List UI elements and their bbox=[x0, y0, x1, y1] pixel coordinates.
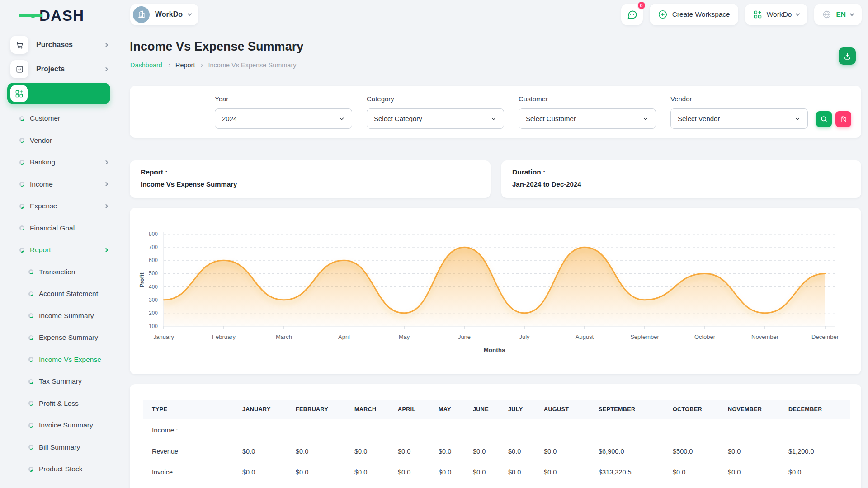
svg-text:May: May bbox=[399, 333, 410, 340]
sidebar-item-expense-summary[interactable]: Expense Summary bbox=[0, 327, 118, 349]
filter-value-customer: Select Customer bbox=[526, 115, 576, 122]
svg-text:400: 400 bbox=[149, 284, 158, 290]
sidebar-item-transaction[interactable]: Transaction bbox=[0, 261, 118, 283]
search-icon bbox=[820, 115, 828, 123]
sidebar-item-label: Banking bbox=[30, 158, 55, 166]
apply-filter-button[interactable] bbox=[816, 111, 832, 127]
filter-select-year[interactable]: 2024 bbox=[215, 108, 352, 129]
download-report-button[interactable] bbox=[839, 47, 856, 65]
svg-text:August: August bbox=[576, 333, 594, 340]
sidebar-item-projects[interactable]: Projects bbox=[0, 57, 118, 81]
svg-text:March: March bbox=[276, 333, 292, 340]
chevron-right-icon bbox=[104, 182, 108, 187]
row-type-label: Invoice bbox=[143, 462, 233, 483]
table-body: Income :Revenue$0.0$0.0$0.0$0.0$0.0$0.0$… bbox=[143, 419, 850, 488]
amount-cell: $0.0 bbox=[499, 462, 535, 483]
bullet-ring-icon bbox=[19, 182, 24, 187]
reset-filter-button[interactable] bbox=[835, 111, 851, 127]
report-summary-card: Report : Income Vs Expense Summary bbox=[130, 160, 491, 198]
column-header-may: MAY bbox=[429, 400, 464, 419]
svg-text:February: February bbox=[212, 333, 236, 340]
bullet-ring-icon bbox=[28, 357, 33, 362]
sidebar-item-bill-summary[interactable]: Bill Summary bbox=[0, 436, 118, 459]
amount-cell: $0.0 bbox=[429, 441, 464, 462]
column-header-march: MARCH bbox=[345, 400, 389, 419]
column-header-november: NOVEMBER bbox=[719, 400, 779, 419]
sidebar-item-label: Expense bbox=[30, 202, 57, 210]
sidebar-item-profit-loss[interactable]: Profit & Loss bbox=[0, 393, 118, 415]
filter-select-customer[interactable]: Select Customer bbox=[519, 108, 656, 129]
breadcrumb-link-dashboard[interactable]: Dashboard bbox=[130, 61, 162, 69]
sidebar-item-label: Income bbox=[30, 180, 53, 188]
breadcrumb-separator-icon bbox=[167, 63, 170, 66]
sidebar-item-vendor[interactable]: Vendor bbox=[0, 130, 118, 152]
bullet-ring-icon bbox=[28, 379, 33, 384]
sidebar-item-account-statement[interactable]: Account Statement bbox=[0, 283, 118, 305]
svg-text:200: 200 bbox=[149, 310, 158, 316]
amount-cell: $0.0 bbox=[464, 441, 499, 462]
bullet-ring-icon bbox=[19, 248, 24, 253]
sidebar-item-banking[interactable]: Banking bbox=[0, 151, 118, 174]
column-header-august: AUGUST bbox=[535, 400, 590, 419]
column-header-october: OCTOBER bbox=[664, 400, 719, 419]
sidebar-item-income[interactable]: Income bbox=[0, 174, 118, 196]
filter-value-year: 2024 bbox=[222, 115, 237, 122]
sidebar-item-invoice-summary[interactable]: Invoice Summary bbox=[0, 414, 118, 436]
sidebar-item-income-vs-expense[interactable]: Income Vs Expense bbox=[0, 349, 118, 371]
column-header-type: TYPE bbox=[143, 400, 233, 419]
filter-label-customer: Customer bbox=[519, 95, 656, 103]
bullet-ring-icon bbox=[19, 116, 24, 121]
bullet-ring-icon bbox=[28, 467, 33, 472]
bullet-ring-icon bbox=[28, 423, 33, 428]
amount-cell: $0.0 bbox=[389, 462, 429, 483]
amount-cell: $0.0 bbox=[664, 462, 719, 483]
svg-text:January: January bbox=[153, 333, 175, 340]
sidebar-item-label: Transaction bbox=[39, 268, 75, 276]
chevron-right-icon bbox=[104, 248, 108, 252]
chevron-right-icon bbox=[104, 160, 108, 164]
sidebar-item-label: Account Statement bbox=[39, 290, 98, 298]
sidebar-item-label: Report bbox=[30, 246, 51, 254]
column-header-december: DECEMBER bbox=[779, 400, 850, 419]
sidebar-item-customer[interactable]: Customer bbox=[0, 108, 118, 130]
sidebar-item-label: Vendor bbox=[30, 136, 52, 145]
sidebar-item-label: Purchases bbox=[36, 41, 73, 49]
amount-cell: $313,320.5 bbox=[590, 462, 664, 483]
column-header-february: FEBRUARY bbox=[287, 400, 345, 419]
filter-select-vendor[interactable]: Select Vendor bbox=[670, 108, 808, 129]
brand-name: DASH bbox=[39, 7, 85, 24]
amount-cell: $0.0 bbox=[233, 462, 287, 483]
amount-cell: $0.0 bbox=[389, 441, 429, 462]
sidebar-item-product-stock[interactable]: Product Stock bbox=[0, 458, 118, 480]
filter-select-category[interactable]: Select Category bbox=[367, 108, 504, 129]
table-row-income: Income : bbox=[143, 419, 850, 441]
sidebar-item-cash-flow[interactable]: Cash Flow bbox=[0, 480, 118, 488]
filter-actions bbox=[816, 111, 851, 127]
filter-label-vendor: Vendor bbox=[670, 95, 808, 103]
sidebar-item-accounting[interactable]: Accounting bbox=[7, 83, 110, 104]
y-axis-title: Profit bbox=[139, 272, 145, 287]
chevron-right-icon bbox=[104, 42, 108, 47]
amount-cell: $0.0 bbox=[499, 441, 535, 462]
tasks-icon bbox=[10, 60, 28, 78]
amount-cell: $0.0 bbox=[429, 462, 464, 483]
svg-text:October: October bbox=[694, 333, 716, 340]
sidebar-item-report[interactable]: Report bbox=[0, 239, 118, 261]
sidebar-item-purchases[interactable]: Purchases bbox=[0, 33, 118, 57]
amount-cell: $0.0 bbox=[345, 441, 389, 462]
row-type-label: Revenue bbox=[143, 441, 233, 462]
sidebar-item-label: Profit & Loss bbox=[39, 399, 79, 408]
sidebar-item-financial-goal[interactable]: Financial Goal bbox=[0, 217, 118, 239]
download-icon bbox=[843, 52, 852, 61]
filter-group-vendor: VendorSelect Vendor bbox=[670, 95, 808, 129]
profit-chart: 100200300400500600700800JanuaryFebruaryM… bbox=[130, 208, 861, 374]
sidebar-item-expense[interactable]: Expense bbox=[0, 195, 118, 217]
sidebar-item-label: Income Vs Expense bbox=[39, 356, 101, 364]
breadcrumb-link-report[interactable]: Report bbox=[175, 61, 195, 69]
filter-label-year: Year bbox=[215, 95, 352, 103]
sidebar-item-income-summary[interactable]: Income Summary bbox=[0, 305, 118, 327]
brand-logo[interactable]: DASH bbox=[31, 7, 85, 24]
breadcrumb-current: Income Vs Expense Summary bbox=[208, 61, 296, 69]
svg-text:800: 800 bbox=[149, 231, 158, 237]
sidebar-item-tax-summary[interactable]: Tax Summary bbox=[0, 371, 118, 393]
